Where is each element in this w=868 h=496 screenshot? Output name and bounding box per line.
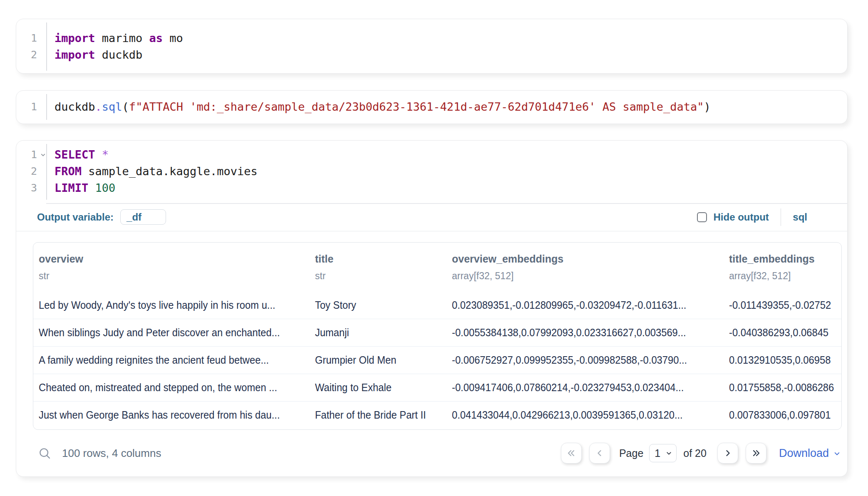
code-line: 3 LIMIT 100 xyxy=(16,180,847,196)
chevrons-left-icon xyxy=(566,448,576,458)
code-text[interactable]: FROM sample_data.kaggle.movies xyxy=(46,163,258,180)
table-cell: 0.01755858,-0.0086286 xyxy=(729,382,841,394)
next-page-button[interactable] xyxy=(717,443,738,464)
table-cell: Grumpier Old Men xyxy=(315,354,452,366)
table-cell: -0.006752927,0.099952355,-0.009982588,-0… xyxy=(452,354,729,366)
toolbar-right-group: Hide output sql xyxy=(697,208,808,226)
search-icon[interactable] xyxy=(38,446,51,460)
code-text[interactable]: import duckdb xyxy=(46,47,142,63)
code-token: ( xyxy=(122,100,129,113)
column-header-overview[interactable]: overview str xyxy=(39,253,315,291)
table-row[interactable]: Cheated on, mistreated and stepped on, t… xyxy=(33,374,841,401)
line-number: 1 xyxy=(16,99,46,115)
table-cell: 0.0132910535,0.06958 xyxy=(729,354,841,366)
code-token: f xyxy=(129,100,136,113)
column-name: overview_embeddings xyxy=(452,253,729,265)
column-type: array[f32, 512] xyxy=(452,270,729,282)
code-token: sample_data.kaggle.movies xyxy=(82,165,258,178)
code-cell-attach: 1 duckdb.sql(f"ATTACH 'md:_share/sample_… xyxy=(16,90,848,124)
total-pages-label: of 20 xyxy=(683,447,707,459)
code-text[interactable]: duckdb.sql(f"ATTACH 'md:_share/sample_da… xyxy=(46,99,711,115)
table-cell: -0.009417406,0.07860214,-0.023279453,0.0… xyxy=(452,382,729,394)
code-token: ) xyxy=(704,100,711,113)
line-number: 2 xyxy=(16,163,46,180)
code-line: 2 FROM sample_data.kaggle.movies xyxy=(16,163,847,180)
code-editor[interactable]: 1 import marimo as mo 2 import duckdb xyxy=(16,19,847,74)
code-token: duckdb xyxy=(95,48,143,61)
code-cell-imports: 1 import marimo as mo 2 import duckdb xyxy=(16,19,848,74)
download-label: Download xyxy=(779,447,829,460)
table-cell: Led by Woody, Andy's toys live happily i… xyxy=(39,299,315,311)
column-header-overview-embeddings[interactable]: overview_embeddings array[f32, 512] xyxy=(452,253,729,291)
chevron-down-icon xyxy=(833,450,841,458)
table-cell: -0.040386293,0.06845 xyxy=(729,327,841,339)
line-number: 2 xyxy=(16,47,46,63)
code-editor[interactable]: 1 duckdb.sql(f"ATTACH 'md:_share/sample_… xyxy=(16,91,847,123)
chevron-down-icon xyxy=(665,450,672,457)
column-type: str xyxy=(39,270,315,282)
page-select-value: 1 xyxy=(655,447,660,459)
result-table: overview str title str overview_embeddin… xyxy=(33,242,842,430)
column-header-title-embeddings[interactable]: title_embeddings array[f32, 512] xyxy=(729,253,841,291)
table-row[interactable]: When siblings Judy and Peter discover an… xyxy=(33,319,841,346)
first-page-button[interactable] xyxy=(561,443,582,464)
code-token: as xyxy=(149,32,163,45)
code-text[interactable]: import marimo as mo xyxy=(46,30,183,47)
column-type: str xyxy=(315,270,452,282)
code-token: sql xyxy=(102,100,122,113)
column-name: overview xyxy=(39,253,315,265)
table-cell: -0.0055384138,0.07992093,0.023316627,0.0… xyxy=(452,327,729,339)
column-name: title_embeddings xyxy=(729,253,841,265)
previous-page-button[interactable] xyxy=(589,443,610,464)
code-text[interactable]: LIMIT 100 xyxy=(46,180,115,196)
table-cell: 0.041433044,0.042966213,0.0039591365,0.0… xyxy=(452,409,729,421)
code-line: 1 import marimo as mo xyxy=(16,30,847,47)
column-header-title[interactable]: title str xyxy=(315,253,452,291)
sql-cell: 1 SELECT * 2 FROM sample_data.kaggle.mov… xyxy=(16,140,848,477)
code-token: "ATTACH 'md:_share/sample_data/23b0d623-… xyxy=(136,100,704,113)
code-token: LIMIT xyxy=(55,181,88,194)
table-cell: Just when George Banks has recovered fro… xyxy=(39,409,315,421)
output-variable-input[interactable]: _df xyxy=(120,209,166,225)
table-cell: A family wedding reignites the ancient f… xyxy=(39,354,315,366)
code-token: import xyxy=(55,32,95,45)
code-text[interactable]: SELECT * xyxy=(46,146,109,163)
chevron-left-icon xyxy=(595,448,605,458)
sql-cell-toolbar: Output variable: _df Hide output sql xyxy=(16,203,847,231)
code-token: SELECT xyxy=(55,148,95,161)
table-row[interactable]: Led by Woody, Andy's toys live happily i… xyxy=(33,291,841,319)
table-row[interactable]: A family wedding reignites the ancient f… xyxy=(33,346,841,374)
line-number: 1 xyxy=(16,146,46,163)
table-cell: Cheated on, mistreated and stepped on, t… xyxy=(39,382,315,394)
chevrons-right-icon xyxy=(751,448,761,458)
code-editor[interactable]: 1 SELECT * 2 FROM sample_data.kaggle.mov… xyxy=(16,141,847,203)
code-token xyxy=(95,148,102,161)
hide-output-checkbox[interactable] xyxy=(697,212,707,222)
table-cell: -0.011439355,-0.02752 xyxy=(729,299,841,311)
page-label: Page xyxy=(619,447,643,459)
code-token: mo xyxy=(163,32,183,45)
hide-output-label: Hide output xyxy=(714,211,769,223)
table-cell: Father of the Bride Part II xyxy=(315,409,452,421)
table-cell: When siblings Judy and Peter discover an… xyxy=(39,327,315,339)
language-badge: sql xyxy=(793,211,807,223)
last-page-button[interactable] xyxy=(746,443,766,464)
download-button[interactable]: Download xyxy=(779,447,841,460)
row-count-summary: 100 rows, 4 columns xyxy=(62,447,161,460)
code-token: * xyxy=(102,148,109,161)
code-line: 2 import duckdb xyxy=(16,47,847,63)
table-cell: 0.023089351,-0.012809965,-0.03209472,-0.… xyxy=(452,299,729,311)
code-token: duckdb xyxy=(55,100,95,113)
fold-chevron-down-icon[interactable] xyxy=(40,152,46,158)
table-header-row: overview str title str overview_embeddin… xyxy=(33,243,841,291)
code-line: 1 SELECT * xyxy=(16,146,847,163)
table-row[interactable]: Just when George Banks has recovered fro… xyxy=(33,401,841,429)
page-select[interactable]: 1 xyxy=(649,444,677,462)
table-cell: 0.007833006,0.097801 xyxy=(729,409,841,421)
line-number: 1 xyxy=(16,30,46,47)
pagination: Page 1 of 20 Download xyxy=(561,443,841,464)
output-variable-label: Output variable: xyxy=(37,211,114,223)
code-line: 1 duckdb.sql(f"ATTACH 'md:_share/sample_… xyxy=(16,99,847,115)
column-type: array[f32, 512] xyxy=(729,270,841,282)
table-cell: Waiting to Exhale xyxy=(315,382,452,394)
